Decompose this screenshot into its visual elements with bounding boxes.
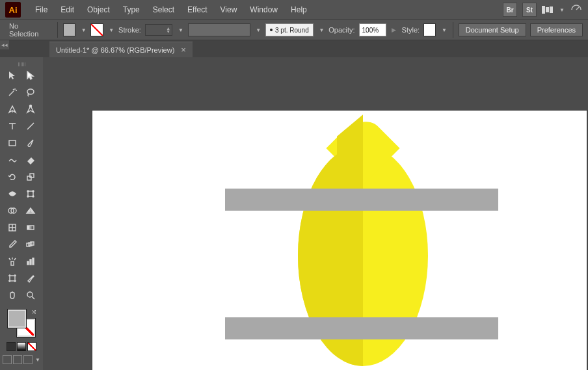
slice-tool[interactable]	[22, 271, 39, 286]
perspective-grid-tool[interactable]	[22, 203, 39, 218]
menu-file[interactable]: File	[29, 3, 54, 17]
stroke-label: Stroke:	[118, 26, 141, 34]
line-segment-tool[interactable]	[22, 118, 39, 134]
shaper-tool[interactable]	[4, 152, 21, 168]
blend-tool[interactable]	[22, 237, 39, 252]
profile-dropdown[interactable]: ▼	[317, 23, 325, 36]
document-tab-title: Untitled-1* @ 66.67% (RGB/Preview)	[56, 46, 174, 54]
svg-point-8	[33, 191, 34, 192]
brush-dropdown-arrow[interactable]: ▼	[254, 23, 261, 36]
svg-line-0	[576, 7, 579, 10]
symbol-sprayer-tool[interactable]	[4, 254, 21, 269]
main-area: ⤭ ▼	[0, 57, 588, 370]
stroke-swatch[interactable]	[90, 23, 103, 36]
gpu-performance-icon[interactable]	[570, 3, 583, 16]
color-mode-solid[interactable]	[7, 342, 16, 351]
direct-selection-tool[interactable]	[22, 68, 39, 83]
lasso-tool[interactable]	[22, 85, 39, 100]
scale-tool[interactable]	[22, 169, 39, 185]
gradient-tool[interactable]	[22, 220, 39, 235]
magic-wand-tool[interactable]	[4, 85, 21, 100]
brush-definition-dropdown[interactable]	[188, 23, 250, 36]
stroke-dropdown[interactable]: ▼	[107, 23, 114, 36]
style-label: Style:	[402, 26, 420, 34]
menu-effect[interactable]: Effect	[181, 3, 213, 17]
svg-rect-18	[11, 261, 14, 265]
hand-tool[interactable]	[4, 287, 21, 303]
opacity-label: Opacity:	[328, 26, 354, 34]
close-tab-button[interactable]: ×	[181, 45, 186, 55]
fill-color-box[interactable]	[8, 310, 26, 328]
artwork-grey-bar-top[interactable]	[225, 189, 498, 211]
svg-rect-4	[27, 176, 31, 180]
menu-bar: Ai File Edit Object Type Select Effect V…	[0, 0, 588, 20]
style-swatch[interactable]	[423, 23, 436, 36]
eraser-tool[interactable]	[22, 152, 39, 168]
svg-rect-19	[27, 261, 29, 265]
color-mode-row	[7, 342, 36, 351]
draw-mode-inside[interactable]	[23, 355, 33, 364]
color-mode-none[interactable]	[27, 342, 36, 351]
document-setup-button[interactable]: Document Setup	[459, 23, 526, 36]
document-tab[interactable]: Untitled-1* @ 66.67% (RGB/Preview) ×	[49, 42, 193, 57]
menu-view[interactable]: View	[214, 3, 244, 17]
panel-collapse-toggle[interactable]: ◂◂	[0, 40, 9, 49]
stroke-weight-input[interactable]: ▲▼	[145, 24, 172, 36]
tools-panel: ⤭ ▼	[0, 57, 43, 370]
menu-edit[interactable]: Edit	[54, 3, 81, 17]
svg-rect-22	[10, 276, 15, 281]
svg-point-7	[27, 191, 29, 192]
artwork-grey-bar-bottom[interactable]	[225, 317, 498, 339]
svg-rect-3	[9, 140, 16, 146]
eyedropper-tool[interactable]	[4, 237, 21, 252]
width-tool[interactable]	[4, 186, 21, 202]
fill-swatch[interactable]	[63, 23, 75, 36]
rotate-tool[interactable]	[4, 169, 21, 185]
fill-dropdown[interactable]: ▼	[79, 23, 87, 36]
bridge-button[interactable]: Br	[503, 3, 517, 17]
opacity-input[interactable]: 100%	[359, 23, 387, 36]
zoom-tool[interactable]	[22, 287, 39, 303]
menu-help[interactable]: Help	[284, 3, 314, 17]
stroke-profile-dropdown[interactable]: ▼	[176, 23, 183, 36]
draw-mode-normal[interactable]	[3, 355, 12, 364]
svg-rect-14	[27, 226, 34, 230]
svg-rect-21	[33, 258, 34, 265]
free-transform-tool[interactable]	[22, 186, 39, 202]
pen-tool[interactable]	[4, 101, 21, 117]
style-dropdown[interactable]: ▼	[440, 23, 447, 36]
menu-select[interactable]: Select	[146, 3, 181, 17]
preferences-button[interactable]: Preferences	[530, 23, 583, 36]
artboard-tool[interactable]	[4, 271, 21, 286]
variable-width-profile[interactable]: 3 pt. Round	[265, 23, 314, 36]
menu-object[interactable]: Object	[81, 3, 116, 17]
svg-rect-20	[30, 259, 31, 265]
control-bar: No Selection ▼ ▼ Stroke: ▲▼ ▼ ▼ 3 pt. Ro…	[0, 20, 588, 40]
column-graph-tool[interactable]	[22, 254, 39, 269]
fill-stroke-indicator[interactable]: ⤭	[8, 310, 35, 337]
color-mode-gradient[interactable]	[17, 342, 26, 351]
chevron-down-icon: ▼	[35, 357, 40, 363]
svg-rect-5	[30, 174, 34, 178]
opacity-dropdown[interactable]: ▶	[390, 23, 397, 36]
paintbrush-tool[interactable]	[22, 135, 39, 151]
app-logo: Ai	[5, 2, 21, 18]
draw-mode-behind[interactable]	[13, 355, 22, 364]
menu-window[interactable]: Window	[243, 3, 284, 17]
swap-fill-stroke-icon[interactable]: ⤭	[31, 308, 36, 315]
panel-grip[interactable]	[12, 62, 31, 66]
svg-point-10	[33, 196, 34, 197]
stock-button[interactable]: St	[522, 3, 537, 17]
selection-tool[interactable]	[4, 68, 21, 83]
chevron-down-icon: ▼	[559, 7, 565, 13]
svg-point-2	[30, 105, 32, 107]
mesh-tool[interactable]	[4, 220, 21, 235]
shape-builder-tool[interactable]	[4, 203, 21, 218]
canvas-area[interactable]	[43, 57, 588, 370]
rectangle-tool[interactable]	[4, 135, 21, 151]
type-tool[interactable]	[4, 118, 21, 134]
curvature-tool[interactable]	[22, 101, 39, 117]
menu-type[interactable]: Type	[116, 3, 146, 17]
arrange-documents-button[interactable]	[542, 6, 553, 14]
screen-mode-row: ▼	[3, 355, 40, 364]
